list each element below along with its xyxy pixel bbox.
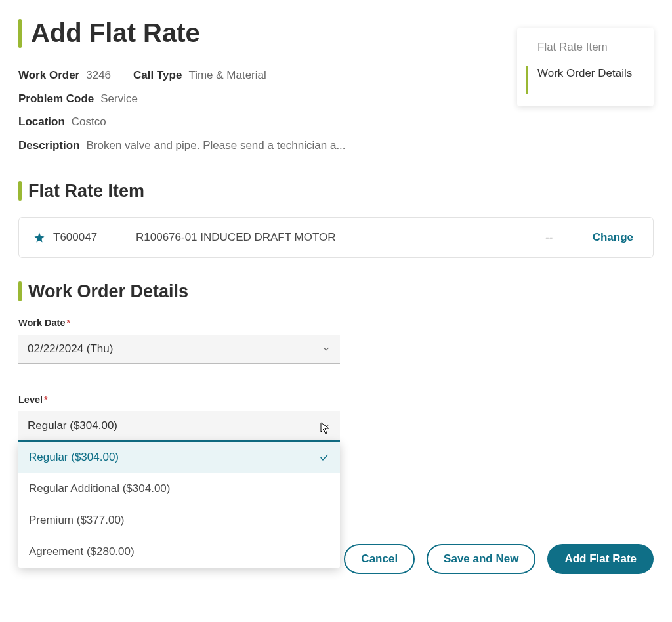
work-date-label: Work Date* [18, 318, 340, 328]
meta-value: Broken valve and pipe. Please send a tec… [87, 134, 346, 157]
meta-work-order: Work Order 3246 [18, 64, 111, 87]
option-label: Regular ($304.00) [29, 451, 119, 464]
chevron-down-icon [322, 421, 331, 430]
footer-actions: Cancel Save and New Add Flat Rate [344, 544, 654, 574]
section-title-row: Work Order Details [18, 281, 654, 302]
meta-label: Location [18, 110, 65, 134]
accent-bar [526, 66, 528, 94]
level-option-regular-additional[interactable]: Regular Additional ($304.00) [18, 473, 340, 505]
meta-description: Description Broken valve and pipe. Pleas… [18, 134, 491, 157]
star-icon [33, 232, 45, 243]
level-label: Level* [18, 394, 340, 405]
cancel-button[interactable]: Cancel [344, 544, 415, 574]
meta-value: Costco [72, 110, 106, 134]
work-date-select[interactable]: 02/22/2024 (Thu) [18, 335, 340, 364]
option-label: Premium ($377.00) [29, 514, 125, 527]
nav-item-label: Work Order Details [537, 66, 632, 81]
section-title-work-order-details: Work Order Details [28, 281, 188, 302]
accent-bar [18, 181, 22, 201]
work-date-value: 02/22/2024 (Thu) [28, 342, 113, 356]
chevron-down-icon [322, 344, 331, 354]
meta-call-type: Call Type Time & Material [133, 64, 266, 87]
required-asterisk: * [44, 394, 48, 405]
meta-label: Problem Code [18, 87, 94, 111]
nav-item-flat-rate-item[interactable]: Flat Rate Item [517, 34, 654, 60]
accent-bar [18, 19, 22, 48]
meta-value: 3246 [86, 64, 111, 87]
item-code: T600047 [53, 231, 116, 244]
change-link[interactable]: Change [577, 231, 639, 244]
section-title-row: Flat Rate Item [18, 181, 654, 201]
flat-rate-item-card: T600047 R100676-01 INDUCED DRAFT MOTOR -… [18, 217, 654, 258]
level-field: Level* Regular ($304.00) Regular ($304.0… [18, 394, 340, 568]
meta-grid: Work Order 3246 Call Type Time & Materia… [18, 64, 491, 157]
option-label: Regular Additional ($304.00) [29, 482, 170, 495]
level-dropdown: Regular ($304.00) Regular Additional ($3… [18, 442, 340, 568]
meta-label: Description [18, 134, 80, 157]
meta-label: Work Order [18, 64, 79, 87]
item-description: R100676-01 INDUCED DRAFT MOTOR [124, 231, 522, 244]
meta-location: Location Costco [18, 110, 491, 134]
nav-item-label: Flat Rate Item [537, 39, 608, 55]
meta-label: Call Type [133, 64, 182, 87]
accent-bar [18, 281, 22, 301]
level-option-premium[interactable]: Premium ($377.00) [18, 505, 340, 536]
label-text: Work Date [18, 318, 65, 328]
section-title-flat-rate-item: Flat Rate Item [28, 181, 144, 201]
meta-problem-code: Problem Code Service [18, 87, 491, 111]
level-option-regular[interactable]: Regular ($304.00) [18, 442, 340, 473]
level-option-agreement[interactable]: Agreement ($280.00) [18, 536, 340, 568]
save-and-new-button[interactable]: Save and New [427, 544, 536, 574]
work-date-field: Work Date* 02/22/2024 (Thu) [18, 318, 340, 364]
meta-value: Service [100, 87, 138, 111]
page-title: Add Flat Rate [31, 18, 200, 48]
section-nav-card: Flat Rate Item Work Order Details [517, 28, 654, 106]
required-asterisk: * [66, 318, 70, 328]
add-flat-rate-button[interactable]: Add Flat Rate [547, 544, 654, 574]
label-text: Level [18, 394, 43, 405]
meta-value: Time & Material [188, 64, 266, 87]
level-value: Regular ($304.00) [28, 419, 117, 432]
option-label: Agreement ($280.00) [29, 545, 135, 558]
item-dash: -- [530, 231, 569, 244]
check-icon [319, 452, 329, 463]
level-select[interactable]: Regular ($304.00) [18, 411, 340, 442]
nav-item-work-order-details[interactable]: Work Order Details [517, 60, 654, 100]
